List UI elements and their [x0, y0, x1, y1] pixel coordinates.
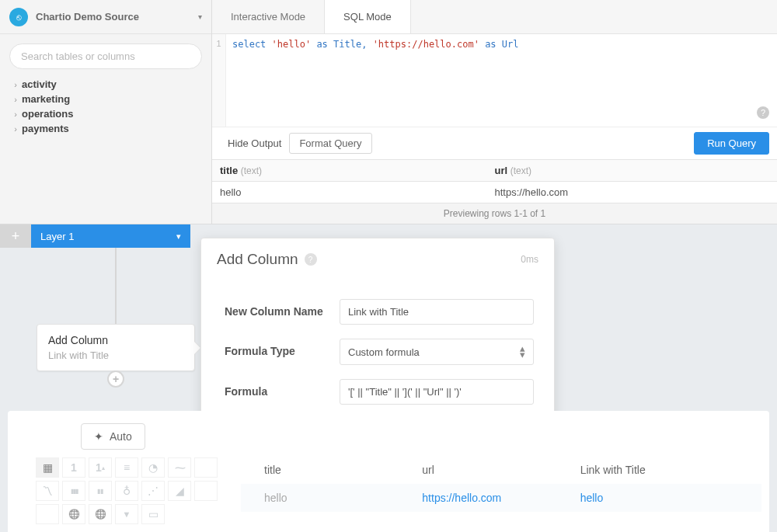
chart-type-single-delta[interactable]: [89, 457, 112, 478]
col-title: title (text): [220, 165, 495, 176]
preview-footer: Previewing rows 1-1 of 1: [212, 203, 777, 224]
chevron-right-icon: ›: [11, 80, 20, 89]
input-formula[interactable]: '[' || "Title" || '](' || "Url" || ')': [340, 379, 534, 405]
out-col-link: Link with Title: [580, 464, 738, 476]
node-subtitle: Link with Title: [48, 349, 183, 361]
chart-type-map-2[interactable]: [89, 504, 112, 524]
add-layer-button[interactable]: +: [0, 224, 31, 248]
help-icon[interactable]: ?: [305, 253, 317, 266]
chart-type-bar-horizontal[interactable]: [115, 457, 138, 478]
chart-type-single-value[interactable]: [62, 457, 85, 478]
dialog-form: New Column Name Formula Type Custom form…: [201, 276, 554, 422]
data-source-picker[interactable]: ⎋ Chartio Demo Source ▾: [0, 0, 211, 34]
layer-label: Layer 1: [40, 231, 74, 242]
row-formula: Formula '[' || "Title" || '](' || "Url" …: [225, 379, 538, 405]
dialog-header: Add Column ? 0ms: [201, 238, 554, 276]
out-cell-link[interactable]: hello: [580, 492, 738, 504]
source-name: Chartio Demo Source: [36, 11, 198, 23]
tree-item-marketing[interactable]: › marketing: [6, 92, 205, 106]
input-new-column-name[interactable]: [340, 299, 534, 325]
chevron-right-icon: ›: [11, 110, 20, 119]
layer-tab[interactable]: Layer 1 ▾: [31, 224, 190, 248]
query-editor: Interactive Mode SQL Mode 1 select 'hell…: [212, 0, 777, 224]
node-title: Add Column: [48, 334, 183, 346]
source-logo-icon: ⎋: [9, 8, 28, 26]
select-value: Custom formula: [348, 346, 420, 358]
output-row: hello https://hello.com hello: [241, 484, 761, 512]
chevron-right-icon: ›: [11, 124, 20, 134]
tree-item-payments[interactable]: › payments: [6, 121, 205, 136]
out-cell-url[interactable]: https://hello.com: [422, 492, 580, 504]
chart-type-pie[interactable]: [141, 457, 165, 478]
tree-label: operations: [22, 108, 73, 120]
chart-type-funnel[interactable]: [115, 504, 138, 524]
sql-line: select 'hello' as Title, 'https://hello.…: [212, 34, 777, 50]
chart-type-grid: [36, 457, 218, 524]
label-formula-type: Formula Type: [225, 339, 340, 365]
chart-type-scatter[interactable]: [141, 481, 165, 501]
run-query-button[interactable]: Run Query: [694, 132, 769, 155]
out-col-title: title: [264, 464, 422, 476]
output-table: title url Link with Title hello https://…: [241, 456, 761, 512]
line-gutter: 1: [212, 34, 226, 127]
cell-url: https://hello.com: [495, 186, 770, 198]
format-query-button[interactable]: Format Query: [289, 133, 371, 154]
out-col-url: url: [422, 464, 580, 476]
row-formula-type: Formula Type Custom formula ▴▾: [225, 339, 538, 365]
chart-type-bar[interactable]: [62, 481, 85, 501]
sql-code-area[interactable]: 1 select 'hello' as Title, 'https://hell…: [212, 34, 777, 127]
tree-item-activity[interactable]: › activity: [6, 77, 205, 92]
label-new-column: New Column Name: [225, 299, 340, 325]
schema-sidebar: ⎋ Chartio Demo Source ▾ › activity › mar…: [0, 0, 212, 224]
chart-type-map[interactable]: [62, 504, 85, 524]
output-header: title url Link with Title: [241, 456, 761, 484]
dialog-title: Add Column: [217, 251, 298, 268]
select-formula-type[interactable]: Custom formula ▴▾: [340, 339, 534, 365]
query-actions: Hide Output Format Query Run Query: [212, 127, 777, 159]
chart-type-bar-stacked[interactable]: [89, 481, 112, 501]
chart-type-blank[interactable]: [194, 457, 218, 478]
select-caret-icon: ▴▾: [520, 346, 525, 358]
cell-title: hello: [220, 186, 495, 198]
out-cell-title: hello: [264, 492, 422, 504]
tab-interactive[interactable]: Interactive Mode: [212, 0, 325, 33]
col-url: url (text): [495, 165, 770, 176]
auto-chart-button[interactable]: ✦ Auto: [81, 423, 145, 450]
help-icon[interactable]: ?: [757, 106, 769, 119]
chart-type-line[interactable]: [36, 481, 59, 501]
search-box[interactable]: [9, 43, 202, 69]
chart-type-area[interactable]: [168, 481, 191, 501]
add-step-button[interactable]: +: [107, 370, 124, 388]
tree-label: payments: [22, 123, 69, 134]
result-header: title (text) url (text): [212, 159, 777, 182]
chart-type-sparkline[interactable]: [168, 457, 191, 478]
chart-type-empty[interactable]: [36, 504, 59, 524]
chart-type-image[interactable]: [141, 504, 165, 524]
label-formula: Formula: [225, 379, 340, 405]
row-new-column-name: New Column Name: [225, 299, 538, 325]
top-section: ⎋ Chartio Demo Source ▾ › activity › mar…: [0, 0, 777, 224]
tab-sql[interactable]: SQL Mode: [325, 0, 411, 33]
tree-label: marketing: [22, 93, 70, 105]
magic-wand-icon: ✦: [94, 430, 103, 443]
auto-label: Auto: [110, 430, 132, 443]
chevron-right-icon: ›: [11, 95, 20, 104]
chart-type-bubble[interactable]: [115, 481, 138, 501]
chevron-down-icon: ▾: [176, 231, 181, 242]
output-panel: ✦ Auto title u: [8, 411, 769, 532]
add-column-node[interactable]: Add Column Link with Title: [37, 324, 195, 371]
editor-tabs: Interactive Mode SQL Mode: [212, 0, 777, 34]
search-input[interactable]: [21, 50, 190, 62]
chart-type-blank2[interactable]: [194, 481, 218, 501]
dialog-timing: 0ms: [521, 254, 538, 265]
chart-type-table[interactable]: [36, 457, 59, 478]
hide-output-button[interactable]: Hide Output: [220, 133, 289, 154]
result-row: hello https://hello.com: [212, 182, 777, 203]
pipeline-canvas: Add Column Link with Title + Add Column …: [0, 248, 777, 532]
schema-tree: › activity › marketing › operations › pa…: [0, 77, 211, 136]
tree-label: activity: [22, 78, 57, 90]
tree-item-operations[interactable]: › operations: [6, 106, 205, 121]
caret-down-icon: ▾: [198, 12, 202, 21]
